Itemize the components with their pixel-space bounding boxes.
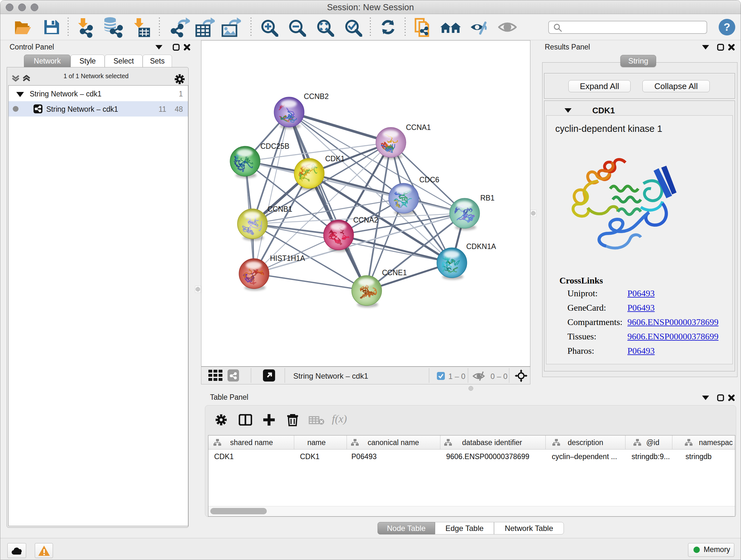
svg-text:CCNE1: CCNE1 — [382, 268, 407, 277]
svg-text:CCNA1: CCNA1 — [406, 123, 431, 132]
svg-text:CDKN1A: CDKN1A — [466, 242, 496, 251]
svg-text:RB1: RB1 — [480, 194, 495, 202]
svg-text:CDK1: CDK1 — [325, 154, 345, 163]
svg-text:HIST1H1A: HIST1H1A — [270, 254, 306, 262]
svg-text:CDC6: CDC6 — [419, 176, 440, 184]
svg-text:CCNB1: CCNB1 — [267, 205, 292, 213]
svg-text:?: ? — [724, 21, 731, 33]
svg-text:CDC25B: CDC25B — [260, 142, 289, 150]
svg-text:CCNA2: CCNA2 — [353, 216, 378, 224]
svg-text:CCNB2: CCNB2 — [304, 92, 329, 101]
